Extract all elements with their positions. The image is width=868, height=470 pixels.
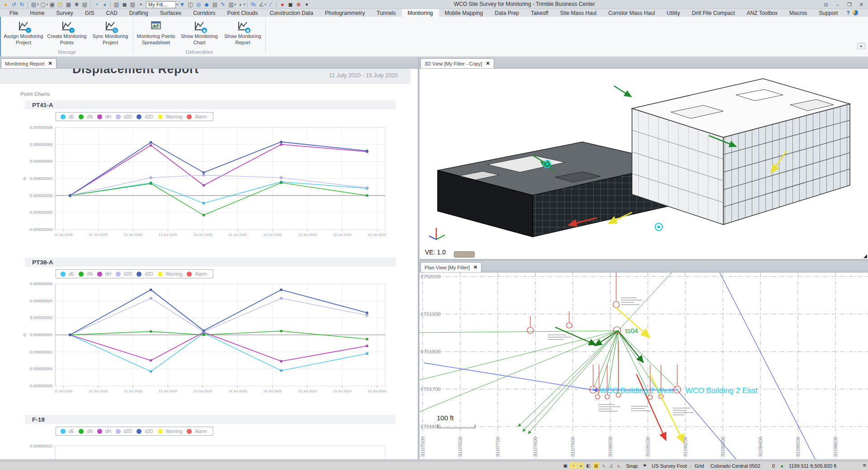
selection-sets-icon[interactable]: ◫ bbox=[187, 1, 194, 9]
ribbon-tab-corridors[interactable]: Corridors bbox=[187, 9, 221, 17]
chevron-down-icon[interactable]: ▾ bbox=[47, 3, 48, 6]
select-by-icon[interactable]: ◎ bbox=[195, 1, 203, 9]
tab-plan-view[interactable]: Plan View [My Filter] ✕ bbox=[420, 262, 481, 272]
account-globe-icon[interactable] bbox=[853, 10, 858, 15]
close-session-icon[interactable]: ⊗ bbox=[295, 1, 302, 9]
sync-download-icon[interactable]: ◕ bbox=[101, 1, 108, 9]
internet-download-icon[interactable]: ◕ bbox=[577, 462, 584, 469]
ribbon-tab-point-clouds[interactable]: Point Clouds bbox=[221, 9, 264, 17]
horizontal-splitter[interactable] bbox=[420, 259, 868, 261]
running-snap-icon[interactable]: ∿ bbox=[600, 462, 607, 469]
status-menu-icon[interactable]: ≡ bbox=[863, 462, 866, 469]
pin-window-icon[interactable]: ⊡ bbox=[820, 0, 832, 9]
measure-icon[interactable]: ∠ bbox=[258, 1, 265, 9]
sync-upload-icon[interactable]: ◔ bbox=[93, 1, 100, 9]
open-project-icon[interactable]: ◰ bbox=[57, 1, 64, 9]
create-monitoring-points-button[interactable]: +Create Monitoring Points bbox=[45, 17, 89, 49]
displacement-chart-pt41a[interactable]: 11 Jul 202012 Jul 202012 Jul 202013 Jul … bbox=[20, 124, 389, 242]
close-icon[interactable]: ✕ bbox=[48, 61, 52, 66]
ribbon-tab-mobile-mapping[interactable]: Mobile Mapping bbox=[439, 9, 489, 17]
resize-corner-icon[interactable] bbox=[863, 254, 867, 258]
tab-monitoring-report[interactable]: Monitoring Report ✕ bbox=[1, 58, 57, 68]
ribbon-tab-construction-data[interactable]: Construction Data bbox=[264, 9, 319, 17]
background-processes-icon[interactable]: ◧ bbox=[585, 462, 592, 469]
displacement-chart-pt38a[interactable]: 11 Jul 202012 Jul 202012 Jul 202013 Jul … bbox=[20, 280, 389, 399]
undo-icon[interactable]: ↺ bbox=[10, 1, 18, 9]
ribbon-tab-drafting[interactable]: Drafting bbox=[123, 9, 154, 17]
tab-3d-view[interactable]: 3D View [My Filter - Copy] ✕ bbox=[420, 58, 494, 68]
ribbon-tab-file[interactable]: File bbox=[4, 9, 24, 17]
chevron-down-icon[interactable]: ▾ bbox=[265, 3, 267, 6]
chevron-down-icon[interactable]: ▾ bbox=[176, 3, 178, 6]
ortho-snap-icon[interactable]: ⊾ bbox=[616, 462, 623, 469]
plan-view-panel[interactable]: ts04 WCO Building 2 West WCO Building 2 … bbox=[420, 273, 868, 459]
ribbon-tab-gis[interactable]: GIS bbox=[79, 9, 100, 17]
overflow-icon[interactable]: ▾ bbox=[303, 1, 311, 9]
record-icon[interactable]: ● bbox=[278, 1, 286, 9]
3d-view-panel[interactable]: VE: 1.0 bbox=[420, 69, 868, 259]
close-icon[interactable]: ✕ bbox=[486, 61, 490, 66]
show-monitoring-report-button[interactable]: ◉Show Monitoring Report bbox=[221, 17, 264, 49]
sync-monitoring-project-button[interactable]: ↻Sync Monitoring Project bbox=[89, 17, 132, 49]
close-button[interactable]: ✕ bbox=[855, 0, 867, 9]
grid-toggle-icon[interactable]: ▦ bbox=[593, 462, 599, 469]
ribbon-tab-anz-toolbox[interactable]: ANZ Toolbox bbox=[741, 9, 783, 17]
surface-icon[interactable]: ◗ bbox=[236, 1, 244, 9]
properties-icon[interactable]: ▤ bbox=[81, 1, 89, 9]
view-image-icon[interactable]: ▨ bbox=[129, 1, 137, 9]
ribbon-tab-corridor-mass-haul[interactable]: Corridor Mass Haul bbox=[602, 9, 660, 17]
new-project-icon[interactable]: ▢ bbox=[39, 1, 47, 9]
percent-icon[interactable]: % bbox=[250, 1, 257, 9]
stop-icon[interactable]: ◼ bbox=[287, 1, 294, 9]
restore-button[interactable]: ❐ bbox=[844, 0, 855, 9]
minimize-button[interactable]: – bbox=[832, 0, 844, 9]
ribbon-tab-utility[interactable]: Utility bbox=[661, 9, 686, 17]
close-icon[interactable]: ✕ bbox=[473, 264, 477, 270]
add-file-icon[interactable]: ▣ bbox=[48, 1, 56, 9]
ribbon-tab-photogrammetry[interactable]: Photogrammetry bbox=[319, 9, 371, 17]
chevron-down-icon[interactable]: ▾ bbox=[235, 3, 236, 6]
ribbon-tab-surfaces[interactable]: Surfaces bbox=[154, 9, 187, 17]
show-monitoring-chart-button[interactable]: ◉Show Monitoring Chart bbox=[178, 17, 221, 49]
settings-icon[interactable]: ✱ bbox=[73, 1, 80, 9]
viewport-widget[interactable] bbox=[454, 251, 475, 258]
plan-canvas[interactable]: ts04 WCO Building 2 West WCO Building 2 … bbox=[420, 273, 868, 459]
ribbon-tab-takeoff[interactable]: Takeoff bbox=[525, 9, 554, 17]
ribbon-tab-tunnels[interactable]: Tunnels bbox=[371, 9, 401, 17]
project-explorer-icon[interactable]: ▥ bbox=[113, 1, 120, 9]
assign-monitoring-project-button[interactable]: ✓Assign Monitoring Project bbox=[2, 17, 45, 49]
ribbon-tab-support[interactable]: Support bbox=[813, 9, 844, 17]
ribbon-tab-cad[interactable]: CAD bbox=[100, 9, 123, 17]
units-label[interactable]: US Survey Foot bbox=[649, 463, 690, 469]
panel-icon[interactable]: ▥ bbox=[227, 1, 235, 9]
grid-label[interactable]: Grid bbox=[692, 463, 707, 469]
ribbon-tab-survey[interactable]: Survey bbox=[50, 9, 79, 17]
slope-icon[interactable]: ∕ bbox=[267, 1, 274, 9]
ribbon-tab-drill-pile-compact[interactable]: Drill Pile Compact bbox=[686, 9, 741, 17]
monitoring-points-spreadsheet-button[interactable]: Monitoring Points Spreadsheet bbox=[134, 17, 178, 49]
cube-select-icon[interactable]: ◆ bbox=[203, 1, 211, 9]
view-3d-icon[interactable]: ◼ bbox=[121, 1, 128, 9]
units-flag-icon[interactable]: ⚑ bbox=[642, 462, 648, 469]
app-logo-icon[interactable]: ● bbox=[2, 1, 9, 9]
view-filter-box[interactable]: My Filt... bbox=[146, 1, 176, 8]
redo-icon[interactable]: ↻ bbox=[18, 1, 26, 9]
ribbon-tab-monitoring[interactable]: Monitoring bbox=[402, 9, 439, 17]
ribbon-tab-macros[interactable]: Macros bbox=[783, 9, 813, 17]
edit-icon[interactable]: ✎ bbox=[219, 1, 227, 9]
command-pane-icon[interactable]: ▣ bbox=[562, 462, 569, 469]
help-icon[interactable]: ? bbox=[846, 9, 849, 17]
view-filter-icon[interactable]: ▼ bbox=[179, 1, 186, 9]
chevron-down-icon[interactable]: ▾ bbox=[244, 3, 245, 6]
snap-label[interactable]: Snap bbox=[623, 463, 641, 469]
displacement-chart-f19-partial[interactable]: 0.000000010 bbox=[20, 438, 389, 459]
import-pending-icon[interactable]: ◔ bbox=[570, 462, 576, 469]
coordinate-system-label[interactable]: Colorado Central 0502 bbox=[708, 463, 763, 469]
ribbon-tab-data-prep[interactable]: Data Prep bbox=[489, 9, 525, 17]
angle-snap-icon[interactable]: ∠ bbox=[608, 462, 615, 469]
3d-model-canvas[interactable] bbox=[420, 69, 868, 259]
import-icon[interactable]: ▤ bbox=[30, 1, 38, 9]
report-icon[interactable]: ▤ bbox=[211, 1, 219, 9]
ribbon-collapse-button[interactable]: ▲ bbox=[857, 43, 865, 49]
save-icon[interactable]: ▦ bbox=[65, 1, 72, 9]
